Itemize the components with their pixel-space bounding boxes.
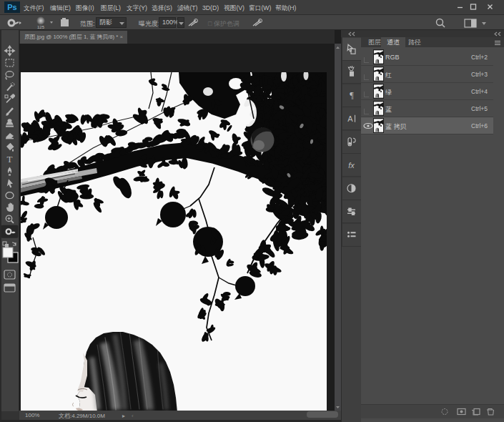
svg-text:¶: ¶ [350,90,354,100]
svg-text:fx: fx [348,161,355,170]
svg-text:T: T [7,154,13,165]
svg-text:A: A [347,114,353,123]
svg-text:125: 125 [37,25,45,29]
